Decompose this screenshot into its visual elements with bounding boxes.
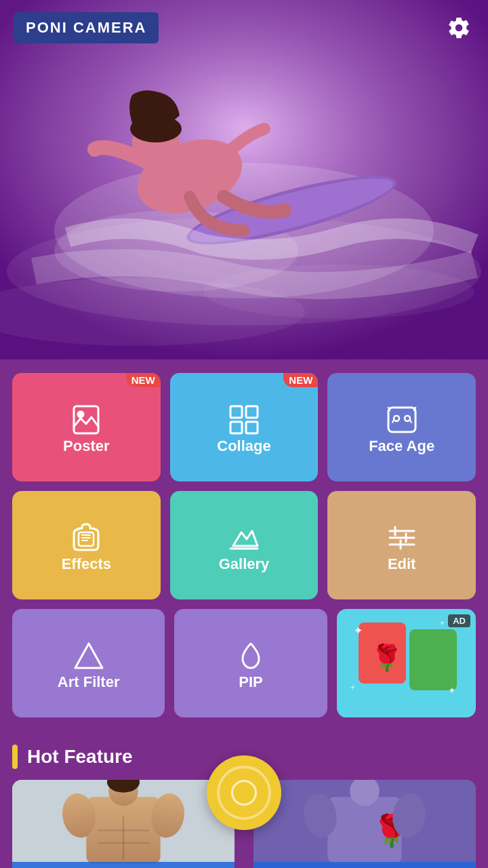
svg-rect-29	[409, 629, 457, 690]
grid-row-2: Effects Gallery Edit	[12, 491, 476, 599]
grid-row-1: NEW Poster NEW Collage	[12, 373, 476, 481]
poster-label: Poster	[63, 437, 109, 455]
ad-decoration: 🌹 ✦ ✦ + +	[345, 616, 467, 711]
muscle-card[interactable]: Muscle	[12, 780, 235, 868]
gallery-label: Gallery	[219, 555, 270, 573]
camera-btn-circle[interactable]	[207, 755, 281, 830]
svg-rect-17	[246, 422, 258, 433]
poster-icon	[68, 402, 104, 437]
collage-button[interactable]: NEW Collage	[170, 373, 319, 481]
poster-button[interactable]: NEW Poster	[12, 373, 161, 481]
pip-button[interactable]: PIP	[174, 609, 327, 717]
camera-btn-inner	[217, 766, 271, 820]
app-title: PONI CAMERA	[26, 19, 146, 36]
pip-icon	[233, 638, 268, 673]
svg-rect-15	[246, 406, 258, 418]
pip-label: PIP	[239, 673, 262, 691]
artfilter-button[interactable]: Art Filter	[12, 609, 165, 717]
tattoo-image: 🌹	[253, 780, 476, 868]
camera-btn-dot	[231, 780, 257, 806]
svg-rect-14	[230, 406, 242, 418]
muscle-label: Muscle	[12, 862, 235, 868]
gallery-button[interactable]: Gallery	[170, 491, 319, 599]
collage-icon	[226, 402, 262, 437]
svg-point-13	[78, 412, 83, 417]
effects-button[interactable]: Effects	[12, 491, 161, 599]
svg-text:+: +	[440, 618, 445, 628]
svg-text:✦: ✦	[353, 624, 363, 637]
hot-feature-title: Hot Feature	[27, 746, 133, 768]
artfilter-label: Art Filter	[58, 673, 120, 691]
hot-feature-section: Hot Feature	[0, 734, 488, 868]
svg-rect-18	[388, 408, 415, 432]
hot-bar-accent	[12, 745, 18, 769]
app-header: PONI CAMERA	[0, 0, 488, 56]
svg-text:✦: ✦	[448, 685, 456, 696]
edit-icon	[384, 520, 420, 555]
effects-label: Effects	[62, 555, 111, 573]
svg-marker-28	[75, 644, 102, 668]
edit-label: Edit	[388, 555, 416, 573]
logo-box: PONI CAMERA	[14, 12, 159, 43]
feature-cards-row: Muscle 🌹	[12, 780, 476, 868]
svg-text:+: +	[350, 683, 355, 692]
ad-cell[interactable]: AD 🌹 ✦ ✦ + +	[337, 609, 476, 717]
settings-button[interactable]	[443, 12, 474, 43]
hero-section: PONI CAMERA	[0, 0, 488, 359]
poster-badge-new: NEW	[126, 373, 161, 387]
feature-grid: NEW Poster NEW Collage	[0, 359, 488, 734]
gear-icon	[447, 16, 471, 40]
collage-label: Collage	[217, 437, 270, 455]
effects-icon	[68, 520, 104, 555]
camera-button[interactable]	[207, 755, 281, 830]
svg-point-19	[394, 416, 399, 421]
edit-button[interactable]: Edit	[327, 491, 476, 599]
artfilter-icon	[71, 638, 106, 673]
grid-row-3: Art Filter PIP AD 🌹 ✦ ✦	[12, 609, 476, 717]
tattoo-card[interactable]: 🌹 Tattoo	[253, 780, 476, 868]
gallery-icon	[226, 520, 262, 555]
faceage-icon	[384, 402, 420, 437]
muscle-image	[12, 780, 235, 868]
svg-point-20	[405, 416, 410, 421]
svg-rect-16	[230, 422, 242, 433]
svg-text:🌹: 🌹	[371, 642, 403, 673]
faceage-label: Face Age	[369, 437, 434, 455]
faceage-button[interactable]: Face Age	[327, 373, 476, 481]
collage-badge-new: NEW	[283, 373, 318, 387]
ad-badge: AD	[448, 614, 470, 627]
tattoo-label: Tattoo	[253, 862, 476, 868]
